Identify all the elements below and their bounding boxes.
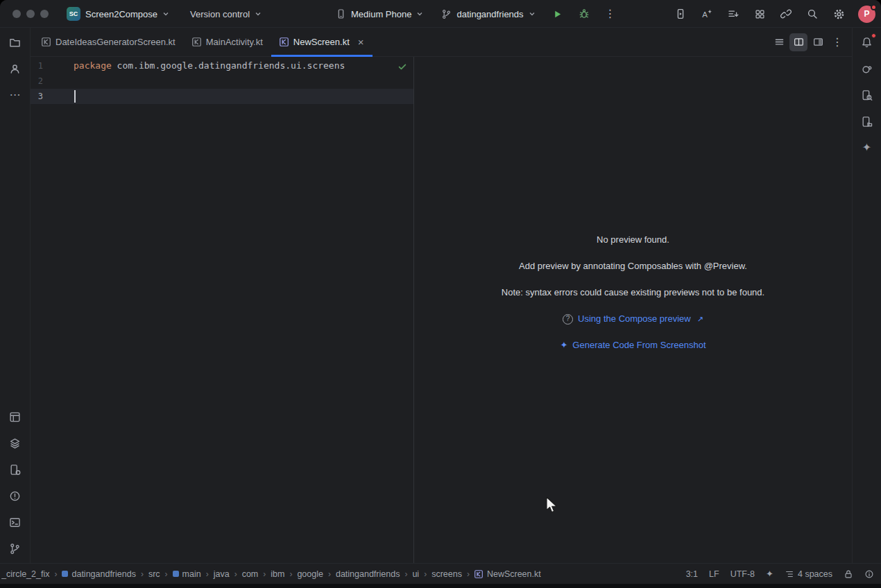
breadcrumb-item[interactable]: ibm [271,569,284,579]
layout-inspector-tool-button[interactable] [855,83,879,107]
breadcrumb-item[interactable]: src [148,569,160,579]
run-button[interactable] [548,4,567,24]
close-window-button[interactable] [12,10,21,18]
breadcrumb-item[interactable]: main [173,569,201,579]
breadcrumb-item-file[interactable]: NewScreen.kt [474,569,541,579]
device-selector[interactable]: Medium Phone [330,5,429,23]
editor-view-actions: ⋮ [770,28,852,56]
keyword-token: package [74,60,112,71]
device-phone-icon [336,8,346,19]
link-icon[interactable] [776,4,796,24]
version-control-tool-button[interactable] [3,537,27,560]
code-editor[interactable]: 1 package com.ibm.google.datingandfriend… [31,57,413,563]
plugins-icon[interactable] [750,4,769,24]
minimize-window-button[interactable] [26,10,35,18]
indent-icon [785,569,794,579]
breadcrumb-item[interactable]: screens [431,569,462,579]
line-number[interactable]: 2 [31,74,69,89]
terminal-tool-button[interactable] [3,510,27,534]
line-number[interactable]: 3 [31,89,69,104]
project-tool-button[interactable] [3,31,27,54]
breadcrumb-item[interactable]: com [242,569,259,579]
more-run-options-button[interactable]: ⋮ [601,4,620,24]
settings-icon[interactable] [829,4,848,24]
more-tool-windows-button[interactable]: ⋯ [3,83,27,107]
code-line-text: package com.ibm.google.datingandfriends.… [69,58,345,74]
search-everywhere-icon[interactable] [803,4,822,24]
chevron-down-icon [255,10,262,17]
breadcrumb-separator: › [165,569,168,579]
text-caret [74,90,76,103]
chevron-down-icon [529,10,536,17]
preview-message-3: Note: syntax errors could cause existing… [414,286,852,300]
version-control-widget[interactable]: Version control [185,6,267,23]
editor-line-2: 2 [31,74,413,89]
notification-dot [871,4,877,10]
kotlin-file-icon [42,37,51,46]
device-explorer-tool-button[interactable] [855,110,879,133]
breadcrumb-item[interactable]: java [214,569,230,579]
line-number[interactable]: 1 [31,58,69,74]
chevron-down-icon [416,10,423,17]
indent-widget[interactable]: 4 spaces [785,569,832,579]
breadcrumb-item[interactable]: google [297,569,323,579]
split-view-icon[interactable] [789,33,807,51]
breadcrumb-item[interactable]: _circle_2_fix [1,569,49,579]
project-widget[interactable]: SC Screen2Compose [61,3,175,24]
design-view-icon[interactable] [809,33,827,51]
breadcrumb-item[interactable]: datingandfriends [62,569,135,579]
gradle-tool-button[interactable] [855,57,879,80]
device-manager-tool-button[interactable] [3,458,27,481]
compose-preview-help-row: ? Using the Compose preview ↗ [414,312,852,326]
profile-avatar[interactable]: P [858,6,875,23]
ide-info-widget[interactable] [864,569,874,579]
running-devices-icon[interactable] [671,4,690,24]
editor-line-1: 1 package com.ibm.google.datingandfriend… [31,58,413,74]
line-separator-widget[interactable]: LF [709,569,719,579]
more-horizontal-icon: ⋯ [10,89,21,101]
encoding-widget[interactable]: UTF-8 [730,569,755,579]
task-list-icon[interactable] [724,4,743,24]
external-link-icon: ↗ [697,312,703,326]
more-options-icon[interactable]: ⋮ [828,33,846,51]
tab-newscreen[interactable]: NewScreen.kt × [271,28,373,56]
compose-preview-panel: No preview found. Add preview by annotat… [413,57,852,563]
close-tab-icon[interactable]: × [358,37,364,47]
branch-selector[interactable]: datingandfriends [436,6,540,23]
tab-label: MainActivity.kt [206,37,263,47]
code-view-icon[interactable] [770,33,788,51]
breadcrumb-separator: › [467,569,470,579]
gemini-tool-button[interactable]: ✦ [855,136,879,159]
ai-assist-icon[interactable]: A [697,4,717,24]
pull-requests-tool-button[interactable] [3,57,27,80]
caret-position-widget[interactable]: 3:1 [686,569,698,579]
project-icon: SC [67,7,80,21]
right-tool-stripe: ✦ [852,28,881,563]
more-vertical-icon: ⋮ [605,8,616,19]
compose-preview-help-link[interactable]: Using the Compose preview [578,312,691,326]
breadcrumb-item[interactable]: datingandfriends [336,569,400,579]
breadcrumb-separator: › [328,569,331,579]
tab-mainactivity[interactable]: MainActivity.kt [184,28,271,56]
compose-tool-button[interactable] [3,431,27,455]
inspections-ok-icon[interactable] [397,62,407,71]
layout-editor-tool-button[interactable] [3,405,27,429]
zoom-window-button[interactable] [40,10,49,18]
gemini-star-icon: ✦ [862,142,871,153]
editor-line-3: 3 [31,89,413,104]
breadcrumb-separator: › [54,569,57,579]
debug-button[interactable] [574,4,594,24]
gemini-status-icon[interactable]: ✦ [766,569,773,578]
status-bar: _circle_2_fix› datingandfriends› src› ma… [0,563,881,584]
breadcrumb-item[interactable]: ui [412,569,419,579]
svg-text:A: A [702,10,708,19]
generate-code-link[interactable]: Generate Code From Screenshot [572,338,705,352]
preview-message-2: Add preview by annotating Composables wi… [414,259,852,273]
breadcrumb-separator: › [263,569,266,579]
gemini-star-icon: ✦ [560,338,567,352]
problems-tool-button[interactable] [3,484,27,508]
avatar-initial: P [864,9,869,19]
notifications-tool-button[interactable] [855,31,879,54]
file-lock-widget[interactable] [844,569,853,579]
tab-dateideasgeneratorscreen[interactable]: DateIdeasGeneratorScreen.kt [33,28,184,56]
